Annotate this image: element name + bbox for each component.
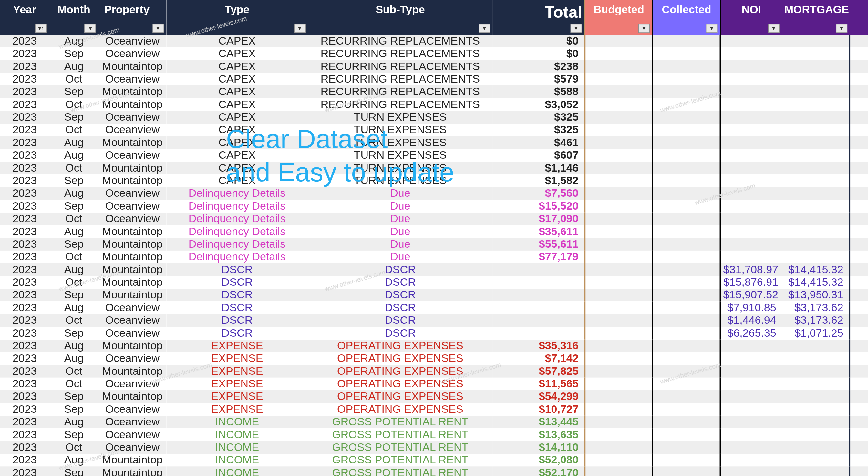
filter-dropdown-icon[interactable]: ▾ bbox=[294, 24, 306, 33]
cell-budgeted bbox=[585, 340, 653, 352]
cell-edge bbox=[849, 124, 868, 136]
cell-month: Sep bbox=[50, 86, 99, 98]
cell-subtype: RECURRING REPLACEMENTS bbox=[308, 73, 492, 86]
table-row: 2023OctOceanviewINCOMEGROSS POTENTIAL RE… bbox=[0, 441, 868, 454]
filter-dropdown-icon[interactable]: ▾ bbox=[570, 24, 582, 33]
cell-edge bbox=[849, 225, 868, 238]
cell-property: Oceanview bbox=[98, 200, 166, 212]
cell-month: Sep bbox=[50, 466, 99, 476]
cell-collected bbox=[653, 124, 720, 136]
cell-total: $588 bbox=[492, 86, 585, 98]
table-row: 2023AugMountaintopEXPENSEOPERATING EXPEN… bbox=[0, 340, 868, 352]
cell-property: Oceanview bbox=[98, 428, 166, 441]
cell-property: Mountaintop bbox=[98, 136, 166, 149]
col-noi[interactable]: NOI▾ bbox=[720, 0, 782, 35]
cell-type: DSCR bbox=[166, 263, 308, 276]
table-row: 2023OctMountaintopCAPEXRECURRING REPLACE… bbox=[0, 98, 868, 111]
cell-total: $238 bbox=[492, 60, 585, 73]
filter-dropdown-icon[interactable]: ▾ bbox=[152, 24, 164, 33]
cell-year: 2023 bbox=[0, 35, 50, 47]
cell-edge bbox=[849, 200, 868, 212]
col-subtype[interactable]: Sub-Type▾ bbox=[308, 0, 492, 35]
cell-collected bbox=[653, 212, 720, 225]
table-row: 2023AugOceanviewINCOMEGROSS POTENTIAL RE… bbox=[0, 416, 868, 428]
col-year[interactable]: Year▾↑ bbox=[0, 0, 50, 35]
cell-type: CAPEX bbox=[166, 111, 308, 124]
cell-budgeted bbox=[585, 301, 653, 314]
cell-collected bbox=[653, 200, 720, 212]
cell-property: Mountaintop bbox=[98, 390, 166, 403]
cell-month: Sep bbox=[50, 428, 99, 441]
filter-dropdown-icon[interactable]: ▾ bbox=[768, 24, 780, 33]
table-row: 2023OctMountaintopCAPEXTURN EXPENSES$1,1… bbox=[0, 162, 868, 174]
col-month[interactable]: Month▾ bbox=[50, 0, 99, 35]
cell-mortgage bbox=[782, 149, 850, 162]
cell-noi bbox=[720, 149, 782, 162]
cell-type: INCOME bbox=[166, 416, 308, 428]
filter-dropdown-icon[interactable]: ▾ bbox=[85, 24, 96, 33]
cell-month: Aug bbox=[50, 187, 99, 200]
cell-noi bbox=[720, 162, 782, 174]
cell-year: 2023 bbox=[0, 200, 50, 212]
cell-total: $325 bbox=[492, 124, 585, 136]
filter-sort-asc-icon[interactable]: ▾↑ bbox=[35, 24, 47, 33]
cell-total: $0 bbox=[492, 35, 585, 47]
table-row: 2023SepOceanviewDelinquency DetailsDue$1… bbox=[0, 200, 868, 212]
cell-total bbox=[492, 314, 585, 327]
filter-dropdown-icon[interactable]: ▾ bbox=[478, 24, 490, 33]
cell-noi bbox=[720, 136, 782, 149]
cell-noi bbox=[720, 238, 782, 250]
cell-subtype: DSCR bbox=[308, 314, 492, 327]
col-type[interactable]: Type▾ bbox=[166, 0, 308, 35]
filter-dropdown-icon[interactable]: ▾ bbox=[706, 24, 717, 33]
cell-year: 2023 bbox=[0, 136, 50, 149]
col-property[interactable]: Property▾ bbox=[98, 0, 166, 35]
cell-total: $325 bbox=[492, 111, 585, 124]
cell-budgeted bbox=[585, 403, 653, 415]
cell-edge bbox=[849, 365, 868, 377]
cell-total: $14,110 bbox=[492, 441, 585, 454]
cell-noi bbox=[720, 187, 782, 200]
col-budgeted[interactable]: Budgeted▾ bbox=[585, 0, 653, 35]
cell-noi: $1,446.94 bbox=[720, 314, 782, 327]
cell-budgeted bbox=[585, 454, 653, 466]
cell-mortgage bbox=[782, 187, 850, 200]
cell-mortgage: $1,071.25 bbox=[782, 327, 850, 339]
cell-subtype: Due bbox=[308, 238, 492, 250]
header-label: MORTGAGE bbox=[784, 4, 849, 16]
cell-property: Oceanview bbox=[98, 441, 166, 454]
cell-subtype: TURN EXPENSES bbox=[308, 124, 492, 136]
col-collected[interactable]: Collected▾ bbox=[653, 0, 720, 35]
cell-noi bbox=[720, 200, 782, 212]
cell-month: Sep bbox=[50, 174, 99, 187]
cell-budgeted bbox=[585, 187, 653, 200]
cell-month: Oct bbox=[50, 98, 99, 111]
cell-noi: $7,910.85 bbox=[720, 301, 782, 314]
header-label: Month bbox=[58, 4, 90, 16]
table-row: 2023AugOceanviewDelinquency DetailsDue$7… bbox=[0, 187, 868, 200]
cell-budgeted bbox=[585, 327, 653, 339]
cell-total: $15,520 bbox=[492, 200, 585, 212]
filter-dropdown-icon[interactable]: ▾ bbox=[836, 24, 847, 33]
cell-subtype: RECURRING REPLACEMENTS bbox=[308, 35, 492, 47]
cell-collected bbox=[653, 238, 720, 250]
cell-property: Mountaintop bbox=[98, 263, 166, 276]
cell-total bbox=[492, 288, 585, 301]
cell-subtype: GROSS POTENTIAL RENT bbox=[308, 441, 492, 454]
cell-month: Sep bbox=[50, 238, 99, 250]
cell-collected bbox=[653, 73, 720, 86]
cell-year: 2023 bbox=[0, 149, 50, 162]
cell-collected bbox=[653, 340, 720, 352]
col-total[interactable]: Total▾ bbox=[492, 0, 585, 35]
col-mortgage[interactable]: MORTGAGE▾ bbox=[782, 0, 850, 35]
cell-subtype: TURN EXPENSES bbox=[308, 149, 492, 162]
cell-subtype: OPERATING EXPENSES bbox=[308, 403, 492, 415]
cell-property: Oceanview bbox=[98, 314, 166, 327]
filter-dropdown-icon[interactable]: ▾ bbox=[638, 24, 650, 33]
cell-year: 2023 bbox=[0, 225, 50, 238]
cell-edge bbox=[849, 250, 868, 263]
table-row: 2023SepMountaintopEXPENSEOPERATING EXPEN… bbox=[0, 390, 868, 403]
col-edge bbox=[849, 0, 868, 35]
cell-budgeted bbox=[585, 162, 653, 174]
cell-mortgage: $14,415.32 bbox=[782, 263, 850, 276]
